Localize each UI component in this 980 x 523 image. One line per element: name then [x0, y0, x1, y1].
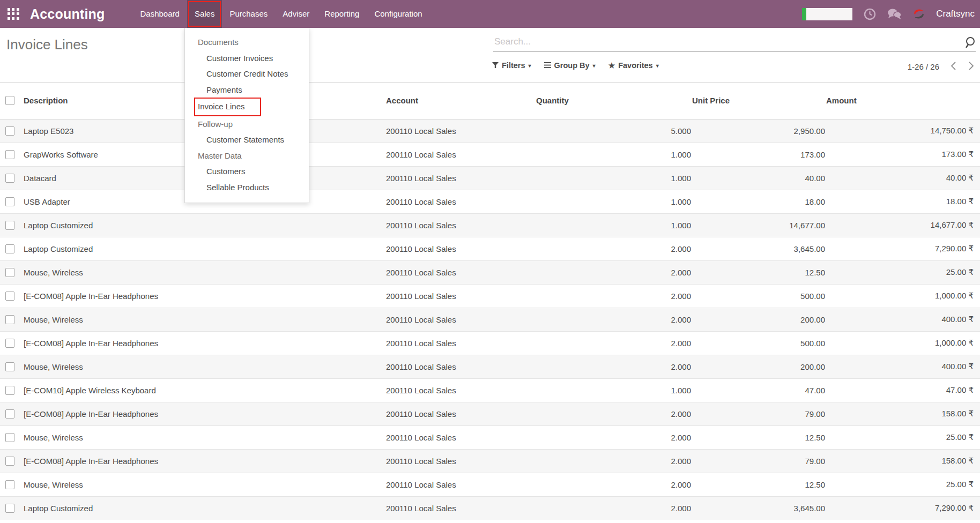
dropdown-item-invoice-lines[interactable]: Invoice Lines [185, 98, 309, 116]
row-checkbox[interactable] [5, 339, 14, 348]
row-checkbox[interactable] [5, 268, 14, 277]
favorites-button[interactable]: ★ Favorites ▾ [608, 61, 659, 70]
dropdown-item-customers[interactable]: Customers [185, 163, 309, 180]
company-logo-icon [913, 8, 925, 20]
table-row[interactable]: GrapWorks Software200110 Local Sales1.00… [0, 143, 980, 166]
column-header-quantity[interactable]: Quantity [536, 83, 692, 119]
cell-amount: 400.00 ₹ [826, 355, 980, 378]
table-row[interactable]: Mouse, Wireless200110 Local Sales2.00012… [0, 425, 980, 449]
dropdown-item-label: Invoice Lines [194, 98, 261, 116]
chevron-down-icon: ▾ [593, 63, 596, 69]
cell-unit-price: 12.50 [692, 425, 826, 449]
table-row[interactable]: Laptop Customized200110 Local Sales2.000… [0, 496, 980, 520]
table-row[interactable]: Mouse, Wireless200110 Local Sales2.00020… [0, 355, 980, 378]
table-row[interactable]: [E-COM08] Apple In-Ear Headphones200110 … [0, 284, 980, 308]
table-row[interactable]: Laptop Customized200110 Local Sales2.000… [0, 237, 980, 260]
dropdown-item-customer-statements[interactable]: Customer Statements [185, 132, 309, 148]
table-row[interactable]: Mouse, Wireless200110 Local Sales2.00012… [0, 473, 980, 496]
nav-menu-dashboard[interactable]: Dashboard [133, 0, 187, 28]
row-checkbox[interactable] [5, 457, 14, 466]
pager-previous-button[interactable] [950, 61, 957, 72]
nav-menu-adviser[interactable]: Adviser [275, 0, 317, 28]
dropdown-item-sellable-products[interactable]: Sellable Products [185, 180, 309, 196]
apps-grid-icon[interactable] [8, 8, 19, 20]
main-menu-bar: DashboardSalesPurchasesAdviserReportingC… [133, 0, 430, 28]
row-checkbox[interactable] [5, 386, 14, 395]
nav-menu-sales[interactable]: Sales [187, 0, 222, 28]
row-checkbox[interactable] [5, 362, 14, 371]
filter-funnel-icon [492, 61, 499, 70]
table-row[interactable]: [E-COM08] Apple In-Ear Headphones200110 … [0, 449, 980, 473]
table-row[interactable]: USB Adapter200110 Local Sales1.00018.001… [0, 190, 980, 213]
row-checkbox[interactable] [5, 433, 14, 442]
page-title: Invoice Lines [6, 36, 88, 53]
nav-menu-reporting[interactable]: Reporting [317, 0, 367, 28]
row-checkbox[interactable] [5, 126, 14, 136]
pager-next-button[interactable] [968, 61, 975, 72]
activities-clock-icon[interactable] [864, 8, 876, 20]
row-checkbox[interactable] [5, 174, 14, 183]
row-checkbox[interactable] [5, 315, 14, 324]
row-checkbox[interactable] [5, 409, 14, 419]
table-row[interactable]: Mouse, Wireless200110 Local Sales2.00020… [0, 308, 980, 331]
cell-amount: 25.00 ₹ [826, 260, 980, 284]
invoice-lines-table: Description Account Quantity Unit Price … [0, 83, 980, 520]
table-row[interactable]: [E-COM08] Apple In-Ear Headphones200110 … [0, 331, 980, 355]
cell-amount: 7,290.00 ₹ [826, 496, 980, 520]
cell-amount: 14,677.00 ₹ [826, 213, 980, 237]
row-checkbox[interactable] [5, 244, 14, 253]
table-row[interactable]: Laptop Customized200110 Local Sales1.000… [0, 213, 980, 237]
column-header-amount[interactable]: Amount [826, 83, 980, 119]
cell-account: 200110 Local Sales [375, 213, 536, 237]
company-name[interactable]: Craftsync [936, 9, 975, 19]
dropdown-item-payments[interactable]: Payments [185, 82, 309, 98]
row-checkbox[interactable] [5, 292, 14, 301]
row-checkbox[interactable] [5, 197, 14, 206]
cell-description: Mouse, Wireless [21, 425, 375, 449]
dropdown-item-label: Sellable Products [206, 183, 269, 192]
cell-amount: 1,000.00 ₹ [826, 284, 980, 308]
table-row[interactable]: Mouse, Wireless200110 Local Sales2.00012… [0, 260, 980, 284]
group-by-button[interactable]: Group By ▾ [544, 61, 596, 70]
row-checkbox[interactable] [5, 150, 14, 159]
timer-widget[interactable] [802, 8, 852, 20]
cell-amount: 18.00 ₹ [826, 190, 980, 213]
messages-icon[interactable] [887, 8, 902, 20]
select-all-checkbox[interactable] [5, 96, 14, 105]
dropdown-item-customer-credit-notes[interactable]: Customer Credit Notes [185, 66, 309, 82]
dropdown-item-customer-invoices[interactable]: Customer Invoices [185, 50, 309, 66]
app-title[interactable]: Accounting [30, 6, 105, 22]
dropdown-item-label: Customer Credit Notes [206, 69, 288, 78]
nav-menu-purchases[interactable]: Purchases [222, 0, 275, 28]
cell-description: Laptop Customized [21, 213, 375, 237]
cell-unit-price: 3,645.00 [692, 237, 826, 260]
cell-description: [E-COM08] Apple In-Ear Headphones [21, 284, 375, 308]
cell-account: 200110 Local Sales [375, 143, 536, 166]
cell-account: 200110 Local Sales [375, 331, 536, 355]
chevron-down-icon: ▾ [656, 63, 659, 69]
cell-unit-price: 2,950.00 [692, 119, 826, 143]
row-checkbox[interactable] [5, 480, 14, 489]
row-select-cell [0, 473, 21, 496]
cell-unit-price: 12.50 [692, 473, 826, 496]
row-select-cell [0, 449, 21, 473]
column-header-unit-price[interactable]: Unit Price [692, 83, 826, 119]
table-row[interactable]: [E-COM08] Apple In-Ear Headphones200110 … [0, 402, 980, 425]
search-input[interactable] [493, 34, 976, 51]
dropdown-item-follow-up: Follow-up [185, 116, 309, 132]
row-checkbox[interactable] [5, 504, 14, 513]
table-row[interactable]: Laptop E5023200110 Local Sales5.0002,950… [0, 119, 980, 143]
row-checkbox[interactable] [5, 221, 14, 230]
cell-quantity: 1.000 [536, 166, 692, 190]
nav-menu-configuration[interactable]: Configuration [367, 0, 429, 28]
cell-quantity: 2.000 [536, 260, 692, 284]
table-row[interactable]: [E-COM10] Apple Wireless Keyboard200110 … [0, 378, 980, 402]
search-icon[interactable] [964, 36, 976, 51]
column-header-account[interactable]: Account [375, 83, 536, 119]
filters-button[interactable]: Filters ▾ [492, 61, 531, 70]
top-navbar: Accounting DashboardSalesPurchasesAdvise… [0, 0, 980, 28]
dropdown-item-label: Customers [206, 167, 246, 176]
table-header-row: Description Account Quantity Unit Price … [0, 83, 980, 119]
cell-unit-price: 79.00 [692, 449, 826, 473]
table-row[interactable]: Datacard200110 Local Sales1.00040.0040.0… [0, 166, 980, 190]
